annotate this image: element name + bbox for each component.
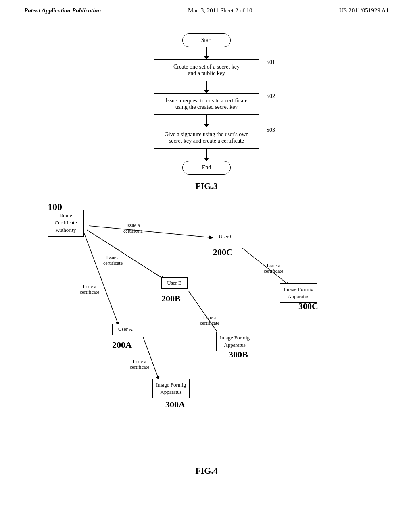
300b-label: 300B	[229, 349, 248, 360]
fig3-section: Start Create one set of a secret keyand …	[24, 33, 389, 191]
img-apparatus-b-box: Image FormigApparatus	[216, 332, 253, 351]
svg-line-4	[87, 230, 165, 280]
flow-end: End	[182, 161, 231, 175]
step-s02-row: Issue a request to create a certificateu…	[138, 93, 275, 115]
step-s01-wrapper: Create one set of a secret keyand a publ…	[138, 59, 275, 81]
fig3-caption: FIG.3	[195, 181, 218, 191]
user-c-box: User C	[213, 231, 239, 242]
300a-label: 300A	[165, 399, 185, 410]
header-right: US 2011/051929 A1	[339, 7, 389, 14]
svg-text:Issue a: Issue a	[106, 255, 120, 260]
header-left: Patent Application Publication	[24, 7, 101, 14]
200a-label: 200A	[112, 340, 132, 350]
svg-text:Issue a: Issue a	[83, 284, 97, 289]
arrow-4	[206, 149, 207, 161]
fig4-lines: Issue a certificate Issue a certificate …	[24, 200, 389, 461]
svg-text:certificate: certificate	[200, 320, 219, 326]
flow-start: Start	[182, 33, 231, 59]
svg-text:certificate: certificate	[80, 289, 99, 295]
svg-text:Issue a: Issue a	[203, 315, 217, 320]
svg-text:certificate: certificate	[130, 364, 149, 370]
step-s01-row: Create one set of a secret keyand a publ…	[138, 59, 275, 81]
svg-text:certificate: certificate	[264, 268, 283, 274]
svg-line-10	[242, 248, 290, 286]
fig4-caption: FIG.4	[24, 466, 389, 476]
svg-line-16	[143, 337, 159, 381]
svg-text:Issue a: Issue a	[133, 359, 147, 364]
svg-text:certificate: certificate	[123, 228, 143, 234]
arrow-3	[206, 115, 207, 127]
svg-line-1	[89, 226, 214, 238]
page-header: Patent Application Publication Mar. 3, 2…	[0, 0, 413, 17]
300c-label: 300C	[298, 301, 318, 312]
flowchart: Start Create one set of a secret keyand …	[138, 33, 275, 175]
svg-text:certificate: certificate	[103, 260, 123, 266]
start-box: Start	[182, 33, 231, 47]
end-box: End	[182, 161, 231, 175]
main-content: Start Create one set of a secret keyand …	[0, 17, 413, 484]
step-s03-box: Give a signature using the user's ownsec…	[154, 127, 259, 149]
arrow-2	[206, 81, 207, 93]
arrow-1	[206, 47, 207, 59]
step-s01-label: S01	[266, 59, 275, 66]
200b-label: 200B	[161, 293, 181, 304]
step-s02-label: S02	[266, 93, 275, 100]
step-s03-wrapper: Give a signature using the user's ownsec…	[138, 127, 275, 149]
fig4-section: Issue a certificate Issue a certificate …	[24, 200, 389, 461]
user-b-box: User B	[161, 277, 188, 289]
svg-text:Issue a: Issue a	[127, 222, 140, 228]
svg-text:Issue a: Issue a	[267, 263, 281, 268]
img-apparatus-c-box: Image FormigApparatus	[280, 283, 317, 303]
step-s02-box: Issue a request to create a certificateu…	[154, 93, 259, 115]
step-s03-label: S03	[266, 127, 275, 133]
step-s01-box: Create one set of a secret keyand a publ…	[154, 59, 259, 81]
user-a-box: User A	[112, 324, 138, 335]
step-s03-row: Give a signature using the user's ownsec…	[138, 127, 275, 149]
rca-box: RouteCertificateAuthority	[48, 210, 84, 237]
200c-label: 200C	[213, 247, 233, 258]
svg-line-7	[84, 233, 119, 326]
step-s02-wrapper: Issue a request to create a certificateu…	[138, 93, 275, 115]
img-apparatus-a-box: Image FormigApparatus	[152, 379, 190, 398]
header-center: Mar. 3, 2011 Sheet 2 of 10	[188, 7, 252, 14]
